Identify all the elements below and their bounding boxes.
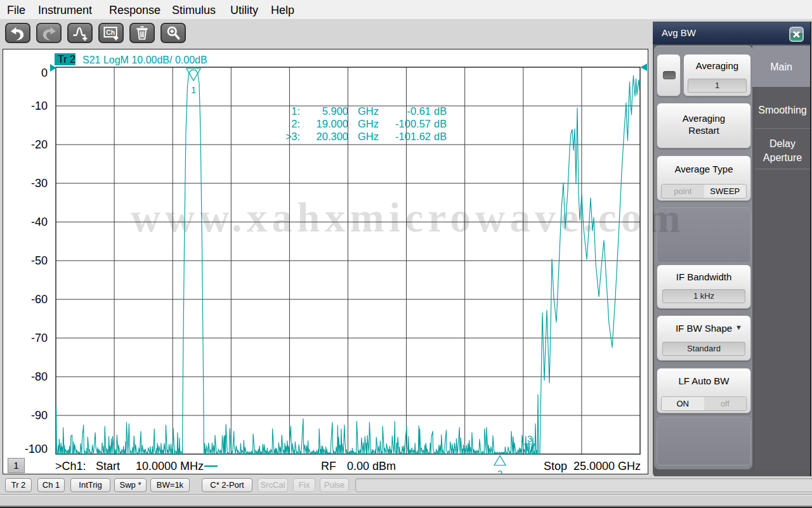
svg-text:-10: -10 — [31, 100, 48, 112]
svg-text:-50: -50 — [31, 254, 48, 267]
svg-text:1: 1 — [191, 84, 196, 95]
svg-text:-60: -60 — [31, 293, 48, 306]
svg-text:-0.61: -0.61 — [407, 105, 431, 117]
svg-text:0: 0 — [41, 67, 48, 79]
svg-text:-40: -40 — [31, 216, 48, 228]
svg-text:19.000: 19.000 — [317, 118, 348, 129]
svg-text:Tr 2: Tr 2 — [58, 54, 75, 65]
svg-text:-30: -30 — [31, 177, 48, 190]
svg-text:dB: dB — [434, 131, 447, 142]
svg-text:3: 3 — [527, 433, 532, 444]
svg-text:-20: -20 — [31, 138, 48, 151]
svg-text:dB: dB — [434, 118, 447, 129]
svg-text:-101.62: -101.62 — [395, 131, 431, 142]
svg-text:GHz: GHz — [358, 131, 379, 142]
svg-text:3:: 3: — [291, 131, 300, 142]
svg-text:dB: dB — [434, 105, 447, 117]
svg-text:-80: -80 — [31, 370, 48, 383]
svg-text:-70: -70 — [31, 332, 48, 344]
svg-text:GHz: GHz — [358, 105, 379, 117]
svg-text:www.xahxmicrowave.com: www.xahxmicrowave.com — [131, 195, 648, 240]
svg-text:Ch: Ch — [106, 29, 115, 36]
svg-text:-90: -90 — [31, 409, 48, 422]
svg-text:20.300: 20.300 — [317, 131, 348, 142]
svg-text:5.900: 5.900 — [322, 105, 348, 117]
svg-text:-100: -100 — [25, 443, 48, 455]
svg-text:-100.57: -100.57 — [395, 118, 431, 129]
svg-text:2:: 2: — [291, 118, 300, 129]
svg-text:GHz: GHz — [358, 118, 379, 129]
svg-text:S21 LogM 10.00dB/ 0.00dB: S21 LogM 10.00dB/ 0.00dB — [82, 55, 207, 65]
svg-text:1:: 1: — [291, 105, 300, 117]
svg-text:2: 2 — [497, 468, 502, 474]
